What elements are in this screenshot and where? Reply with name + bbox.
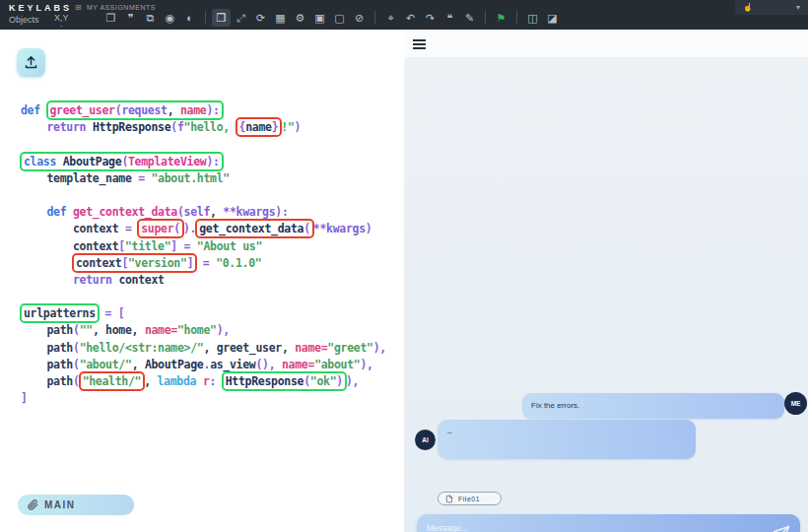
code-line: context["version"] = "0.1.0" xyxy=(21,255,386,272)
code-line: template_name = "about.html" xyxy=(21,170,386,187)
toolbar-divider xyxy=(205,11,206,25)
toolbar-divider xyxy=(516,11,517,25)
undo-icon[interactable]: ↶ xyxy=(401,9,420,27)
keylabs-logo: KEYLABS xyxy=(9,3,72,13)
code-line: path("", home, name="home"), xyxy=(21,322,386,339)
frame-tool-icon[interactable]: ▢ xyxy=(330,9,349,27)
comment-tool-icon[interactable]: ❞ xyxy=(121,9,140,27)
code-line: def get_context_data(self, **kwargs): xyxy=(21,204,386,221)
user-message-text: Fix the errors. xyxy=(531,401,579,410)
annotation-box-red[interactable]: context["version"] xyxy=(75,256,194,270)
contrast-icon[interactable]: ◐ xyxy=(180,9,199,27)
code-line: path("health/", lambda r: HttpResponse("… xyxy=(21,373,386,390)
settings-gear-icon[interactable]: ⚙ xyxy=(291,9,309,27)
copy-pages-icon[interactable]: ⧉ xyxy=(141,9,160,27)
pin-icon[interactable]: ◉ xyxy=(161,9,179,27)
code-line: urlpatterns = [ xyxy=(21,305,386,322)
code-block: def greet_user(request, name): return Ht… xyxy=(21,102,386,407)
code-line: def greet_user(request, name): xyxy=(21,102,386,119)
code-line: context["title"] = "About us" xyxy=(21,238,386,255)
toolbar: ❐❞⧉◉◐❒⤢⟳▦⚙▣▢⊘⌖↶↷❝✎⚑◫◪ xyxy=(101,9,562,27)
top-bar: KEYLABS ⊞ MY ASSIGNMENTS Objects X,Y - ❐… xyxy=(0,0,808,30)
duplicate-tool-icon[interactable]: ❐ xyxy=(101,9,120,27)
flag-icon[interactable]: ⚑ xyxy=(492,9,510,27)
toolbar-divider xyxy=(374,11,375,25)
code-line: class AboutPage(TemplateView): xyxy=(21,154,386,170)
me-avatar: ME xyxy=(784,392,807,415)
message-input-container xyxy=(417,514,800,532)
objects-label[interactable]: Objects xyxy=(9,15,39,25)
send-plane-icon[interactable] xyxy=(773,525,790,532)
select-target-icon[interactable]: ⌖ xyxy=(381,9,400,27)
code-line: context = super().get_context_data(**kwa… xyxy=(21,221,386,237)
approve-icon[interactable]: ☝ xyxy=(743,3,753,12)
keylabs-app: KEYLABS ⊞ MY ASSIGNMENTS Objects X,Y - ❐… xyxy=(0,0,808,532)
toolbar-divider xyxy=(485,11,486,25)
archive-icon[interactable]: ◪ xyxy=(543,9,562,27)
ai-avatar: AI xyxy=(415,430,436,450)
paperclip-icon xyxy=(28,499,38,510)
ai-message-text: – xyxy=(447,428,451,436)
annotation-box-red[interactable]: super( xyxy=(140,222,181,235)
main-layer-label: MAIN xyxy=(44,499,76,510)
code-line: return HttpResponse(f"hello, {name}!") xyxy=(21,119,386,136)
code-line xyxy=(21,136,386,153)
main-layer-pill[interactable]: MAIN xyxy=(18,495,134,515)
feedback-chat-icon[interactable]: ❝ xyxy=(440,9,459,27)
file-icon xyxy=(445,495,453,503)
chat-area: Fix the errors. ME AI – File01 xyxy=(404,57,808,532)
redo-icon[interactable]: ↷ xyxy=(421,9,439,27)
keypoint-tool-icon[interactable]: ▣ xyxy=(310,9,329,27)
code-line: path("about/", AboutPage.as_view(), name… xyxy=(21,357,386,373)
user-message-bubble[interactable]: Fix the errors. xyxy=(522,393,784,419)
code-line xyxy=(21,289,386,305)
xy-value: - xyxy=(54,23,69,29)
caret-down-icon[interactable]: ▾ xyxy=(796,3,800,12)
upload-button[interactable] xyxy=(17,48,45,77)
grid-image-icon[interactable]: ▦ xyxy=(271,9,290,27)
app-grid-icon[interactable]: ⊞ xyxy=(75,3,82,12)
annotation-box-green[interactable]: HttpResponse("ok") xyxy=(225,374,344,388)
top-right-controls: ☝ ▾ xyxy=(735,0,808,15)
file-label: File01 xyxy=(458,496,480,502)
upload-icon xyxy=(24,55,38,70)
code-line xyxy=(21,187,386,204)
hamburger-menu-icon[interactable] xyxy=(409,37,431,53)
disabled-tool-icon[interactable]: ⊘ xyxy=(350,9,369,27)
file-attachment-chip[interactable]: File01 xyxy=(438,492,502,505)
code-line: ] xyxy=(21,390,386,407)
bounding-box-tool-icon[interactable]: ❒ xyxy=(212,9,231,27)
annotation-box-red[interactable]: {name} xyxy=(238,120,280,134)
annotation-canvas[interactable]: def greet_user(request, name): return Ht… xyxy=(0,30,404,532)
message-input[interactable] xyxy=(427,518,752,532)
edit-pencil-icon[interactable]: ✎ xyxy=(460,9,479,27)
rotate-icon[interactable]: ⟳ xyxy=(251,9,270,27)
ai-message-bubble[interactable]: – xyxy=(438,420,696,459)
code-line: path("hello/<str:name>/", greet_user, na… xyxy=(21,340,386,357)
annotation-box-red[interactable]: get_context_data( xyxy=(198,222,311,235)
chat-panel: Fix the errors. ME AI – File01 xyxy=(404,30,808,532)
annotation-box-green[interactable]: greet_user(request, name): xyxy=(49,103,221,117)
xy-readout: X,Y - xyxy=(54,13,69,29)
annotation-box-green[interactable]: urlpatterns xyxy=(23,306,97,320)
snapshot-icon[interactable]: ◫ xyxy=(523,9,542,27)
expand-icon[interactable]: ⤢ xyxy=(232,9,250,27)
code-line: return context xyxy=(21,272,386,289)
annotation-box-red[interactable]: "health/" xyxy=(82,374,143,388)
annotation-box-green[interactable]: class AboutPage(TemplateView): xyxy=(23,155,221,168)
